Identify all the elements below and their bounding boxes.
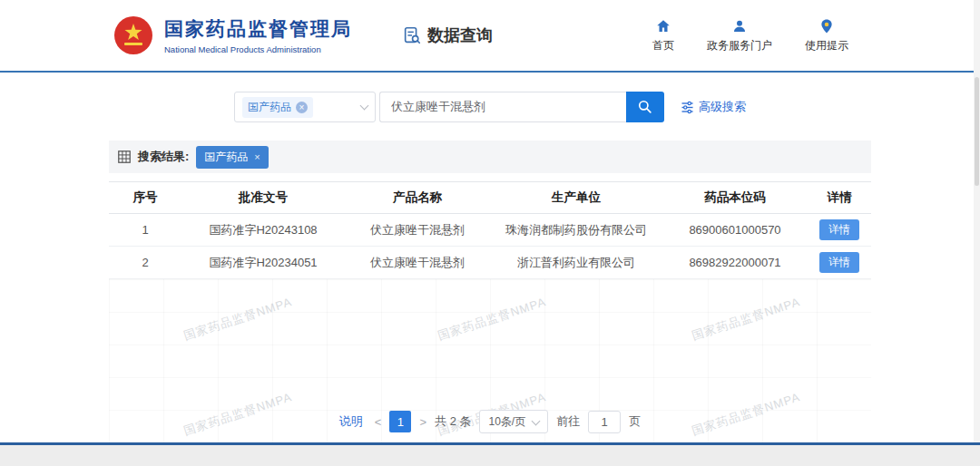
nav-label-gov-portal: 政务服务门户 — [707, 38, 772, 53]
note-link[interactable]: 说明 — [339, 413, 363, 430]
cell-manufacturer: 浙江普利药业有限公司 — [490, 247, 662, 279]
search-button[interactable] — [626, 92, 664, 122]
cell-approval-no: 国药准字H20243108 — [181, 214, 345, 247]
results-table: 序号 批准文号 产品名称 生产单位 药品本位码 详情 1 国药准字H202431… — [109, 181, 871, 279]
table-empty-area: 国家药品监督NMPA 国家药品监督NMPA 国家药品监督NMPA 国家药品监督N… — [109, 279, 871, 442]
col-header-product-name: 产品名称 — [345, 182, 490, 214]
page-size-select[interactable]: 10条/页 — [479, 410, 548, 433]
page-title-text: 数据查询 — [427, 24, 493, 46]
col-header-manufacturer: 生产单位 — [490, 182, 662, 214]
results-table-wrap: 序号 批准文号 产品名称 生产单位 药品本位码 详情 1 国药准字H202431… — [109, 181, 871, 442]
top-nav: 首页 政务服务门户 使用提示 — [652, 18, 848, 53]
category-tag: 国产药品 × — [242, 97, 313, 118]
filter-tag-close-icon[interactable]: × — [254, 151, 260, 162]
next-page-button[interactable]: > — [419, 415, 426, 429]
goto-suffix: 页 — [629, 413, 641, 430]
cell-product-name: 伏立康唑干混悬剂 — [345, 214, 490, 247]
col-header-drug-code: 药品本位码 — [662, 182, 808, 214]
goto-label: 前往 — [556, 413, 580, 430]
org-names: 国家药品监督管理局 National Medical Products Admi… — [164, 16, 352, 54]
search-input-group — [379, 92, 664, 122]
nav-label-usage-tips: 使用提示 — [805, 38, 848, 53]
chevron-down-icon — [532, 416, 541, 425]
category-tag-remove-icon[interactable]: × — [296, 102, 308, 113]
search-row: 国产药品 × 高级搜索 — [0, 92, 980, 122]
table-header-row: 序号 批准文号 产品名称 生产单位 药品本位码 详情 — [109, 182, 871, 214]
advanced-search-link[interactable]: 高级搜索 — [681, 99, 746, 115]
detail-button[interactable]: 详情 — [819, 252, 859, 273]
pin-icon — [818, 18, 835, 34]
cell-drug-code: 86982922000071 — [662, 247, 808, 279]
user-icon — [731, 18, 748, 34]
page: 国家药品监督管理局 National Medical Products Admi… — [0, 0, 980, 466]
org-name-en: National Medical Products Administration — [164, 44, 352, 54]
table-row: 2 国药准字H20234051 伏立康唑干混悬剂 浙江普利药业有限公司 8698… — [109, 247, 871, 279]
results-bar: 搜索结果: 国产药品 × — [109, 141, 871, 173]
col-header-detail: 详情 — [808, 182, 871, 214]
active-filter-tag: 国产药品 × — [196, 146, 268, 169]
cell-drug-code: 86900601000570 — [662, 214, 808, 247]
cell-manufacturer: 珠海润都制药股份有限公司 — [490, 214, 662, 247]
table-row: 1 国药准字H20243108 伏立康唑干混悬剂 珠海润都制药股份有限公司 86… — [109, 214, 871, 247]
scrollbar-thumb[interactable] — [975, 77, 979, 186]
results-grid-icon — [118, 150, 131, 163]
nmpa-logo: 国家药品监督管理局 National Medical Products Admi… — [113, 15, 352, 55]
nav-item-usage-tips[interactable]: 使用提示 — [805, 18, 848, 53]
cell-index: 2 — [109, 247, 181, 279]
pagination: 说明 < 1 > 共 2 条 10条/页 前往 页 — [109, 410, 871, 433]
category-select[interactable]: 国产药品 × — [234, 92, 376, 122]
page-number-button[interactable]: 1 — [389, 411, 411, 432]
total-count-text: 共 2 条 — [435, 413, 471, 430]
watermark: 国家药品监督NMPA — [436, 294, 548, 345]
col-header-approval-no: 批准文号 — [181, 182, 345, 214]
col-header-index: 序号 — [109, 182, 181, 214]
nav-label-home: 首页 — [652, 38, 674, 53]
cell-approval-no: 国药准字H20234051 — [181, 247, 345, 279]
site-header: 国家药品监督管理局 National Medical Products Admi… — [0, 0, 980, 73]
nav-item-home[interactable]: 首页 — [652, 18, 674, 53]
detail-button[interactable]: 详情 — [819, 219, 859, 240]
footer-bar — [0, 442, 980, 466]
search-icon — [636, 98, 654, 116]
vertical-scrollbar[interactable] — [974, 0, 980, 442]
page-title: 数据查询 — [402, 24, 493, 46]
watermark: 国家药品监督NMPA — [181, 294, 294, 345]
cell-index: 1 — [109, 214, 181, 247]
home-icon — [655, 18, 671, 34]
org-name-cn: 国家药品监督管理局 — [164, 16, 352, 42]
category-tag-label: 国产药品 — [248, 100, 291, 115]
chevron-down-icon — [360, 102, 369, 111]
page-size-value: 10条/页 — [488, 414, 525, 430]
prev-page-button[interactable]: < — [375, 415, 382, 429]
data-query-icon — [402, 25, 422, 45]
watermark: 国家药品监督NMPA — [690, 294, 802, 345]
active-filter-tag-label: 国产药品 — [204, 150, 248, 165]
advanced-search-label: 高级搜索 — [699, 99, 746, 115]
search-input[interactable] — [379, 92, 626, 122]
nav-item-gov-portal[interactable]: 政务服务门户 — [707, 18, 772, 53]
national-emblem-icon — [113, 15, 153, 55]
filter-icon — [681, 101, 694, 114]
goto-page-input[interactable] — [588, 411, 621, 433]
cell-product-name: 伏立康唑干混悬剂 — [345, 247, 490, 279]
results-label: 搜索结果: — [138, 149, 189, 165]
